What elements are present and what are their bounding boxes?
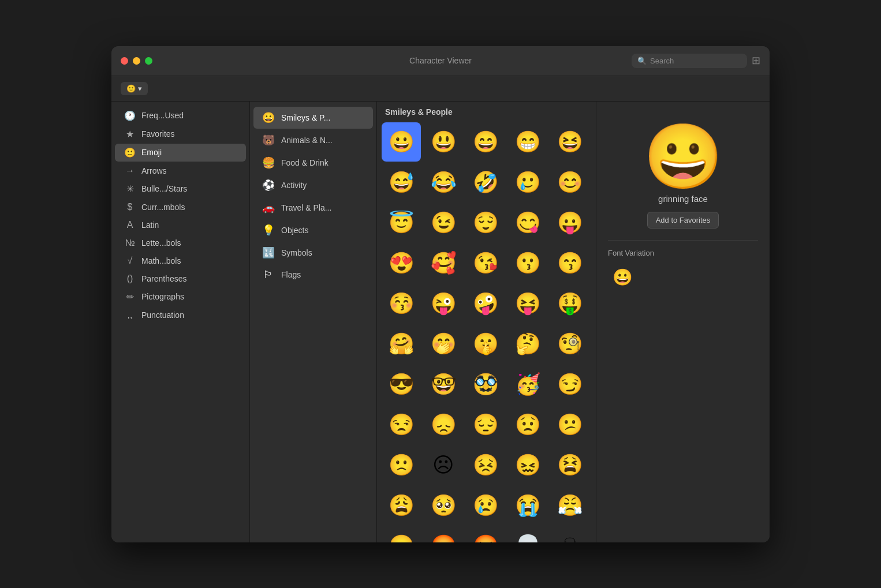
emoji-cell[interactable]: 😖	[508, 445, 547, 485]
emoji-cell[interactable]: 😎	[382, 365, 421, 404]
search-input[interactable]	[650, 57, 741, 65]
category-item-objects[interactable]: 💡 Objects	[253, 219, 373, 241]
sidebar-item-punctuation[interactable]: ,, Punctuation	[115, 306, 246, 324]
emoji-cell[interactable]: 🤑	[550, 284, 589, 323]
emoji-cell[interactable]: 🤫	[466, 324, 505, 364]
sidebar-label-arrows: Arrows	[141, 166, 167, 175]
toolbar-row: 🙂 ▾	[111, 76, 770, 102]
emoji-cell[interactable]: 😛	[550, 203, 589, 242]
emoji-cell[interactable]: 😠	[382, 526, 421, 542]
emoji-cell[interactable]: 🤔	[508, 324, 547, 364]
emoji-cell[interactable]: 😞	[424, 405, 463, 444]
detail-emoji-large: 😀	[644, 125, 723, 188]
emoji-cell[interactable]: 😆	[550, 122, 589, 162]
emoji-cell[interactable]: 🤣	[466, 163, 505, 202]
sidebar-item-freq-used[interactable]: 🕐 Freq...Used	[115, 107, 246, 125]
emoji-cell[interactable]: 😤	[550, 486, 589, 525]
emoji-cell[interactable]: 🥺	[424, 486, 463, 525]
emoji-cell[interactable]: 😫	[550, 445, 589, 485]
sidebar-item-bullets[interactable]: ✳ Bulle.../Stars	[115, 180, 246, 198]
sidebar-icon-parentheses: ()	[124, 274, 136, 284]
emoji-cell[interactable]: 😏	[550, 365, 589, 404]
category-item-food[interactable]: 🍔 Food & Drink	[253, 152, 373, 174]
emoji-cell[interactable]: 😅	[382, 163, 421, 202]
emoji-cell[interactable]: ☹	[424, 445, 463, 485]
window-title: Character Viewer	[409, 56, 472, 65]
emoji-cell[interactable]: 🧐	[550, 324, 589, 364]
emoji-cell[interactable]: 🥰	[424, 244, 463, 283]
emoji-cell[interactable]: 😗	[508, 244, 547, 283]
emoji-cell[interactable]: 😘	[466, 244, 505, 283]
category-item-activity[interactable]: ⚽ Activity	[253, 174, 373, 196]
sidebar-icon-latin: A	[124, 220, 136, 230]
category-item-travel[interactable]: 🚗 Travel & Pla...	[253, 197, 373, 219]
sidebar-icon-bullets: ✳	[124, 183, 136, 194]
emoji-cell[interactable]: 😀	[382, 122, 421, 162]
emoji-cell[interactable]: 😜	[424, 284, 463, 323]
emoji-cell[interactable]: 😙	[550, 244, 589, 283]
emoji-cell[interactable]: 🤭	[424, 324, 463, 364]
emoji-cell[interactable]: 😍	[382, 244, 421, 283]
sidebar-icon-currency: $	[124, 202, 136, 212]
sidebar-item-latin[interactable]: A Latin	[115, 216, 246, 234]
emoji-cell[interactable]: ☠	[550, 526, 589, 542]
emoji-cell[interactable]: 😕	[550, 405, 589, 444]
sidebar-label-emoji: Emoji	[141, 148, 162, 157]
emoji-cell[interactable]: 😢	[466, 486, 505, 525]
emoji-cell[interactable]: 💀	[508, 526, 547, 542]
category-item-flags[interactable]: 🏳 Flags	[253, 264, 373, 286]
emoji-cell[interactable]: 😁	[508, 122, 547, 162]
category-panel: 😀 Smileys & P... 🐻 Animals & N... 🍔 Food…	[250, 102, 377, 542]
emoji-cell[interactable]: 😉	[424, 203, 463, 242]
add-to-favorites-button[interactable]: Add to Favorites	[647, 212, 719, 229]
emoji-cell[interactable]: 🤬	[466, 526, 505, 542]
sidebar-item-arrows[interactable]: → Arrows	[115, 162, 246, 179]
search-bar[interactable]: 🔍	[632, 54, 747, 68]
emoji-cell[interactable]: 🤗	[382, 324, 421, 364]
emoji-cell[interactable]: 😚	[382, 284, 421, 323]
category-icon-activity: ⚽	[262, 179, 275, 192]
category-item-smileys[interactable]: 😀 Smileys & P...	[253, 107, 373, 129]
emoji-cell[interactable]: 😂	[424, 163, 463, 202]
maximize-button[interactable]	[145, 57, 152, 65]
emoji-cell[interactable]: 🥲	[508, 163, 547, 202]
emoji-cell[interactable]: 🤓	[424, 365, 463, 404]
category-item-animals[interactable]: 🐻 Animals & N...	[253, 129, 373, 151]
sidebar-item-pictographs[interactable]: ✏ Pictographs	[115, 288, 246, 306]
layout-icon[interactable]: ⊞	[752, 54, 760, 67]
sidebar-item-emoji[interactable]: 🙂 Emoji	[115, 144, 246, 162]
emoji-cell[interactable]: 🤪	[466, 284, 505, 323]
left-sidebar: 🕐 Freq...Used ★ Favorites 🙂 Emoji → Arro…	[111, 102, 250, 542]
emoji-cell[interactable]: 😟	[508, 405, 547, 444]
sidebar-item-currency[interactable]: $ Curr...mbols	[115, 199, 246, 216]
emoji-cell[interactable]: 😌	[466, 203, 505, 242]
category-label-symbols: Symbols	[281, 248, 312, 257]
category-picker-button[interactable]: 🙂 ▾	[121, 82, 148, 95]
sidebar-item-letterlike[interactable]: № Lette...bols	[115, 234, 246, 252]
emoji-cell[interactable]: 🥸	[466, 365, 505, 404]
category-picker-icon: 🙂	[126, 84, 136, 93]
emoji-cell[interactable]: 😇	[382, 203, 421, 242]
emoji-grid-panel: Smileys & People 😀😃😄😁😆😅😂🤣🥲😊😇😉😌😋😛😍🥰😘😗😙😚😜🤪…	[377, 102, 596, 542]
emoji-cell[interactable]: 😝	[508, 284, 547, 323]
emoji-cell[interactable]: 😭	[508, 486, 547, 525]
emoji-cell[interactable]: 😩	[382, 486, 421, 525]
font-variation-cell[interactable]: 😀	[608, 263, 637, 292]
sidebar-item-favorites[interactable]: ★ Favorites	[115, 125, 246, 143]
emoji-cell[interactable]: 😒	[382, 405, 421, 444]
minimize-button[interactable]	[133, 57, 140, 65]
sidebar-icon-favorites: ★	[124, 129, 136, 140]
emoji-cell[interactable]: 🥳	[508, 365, 547, 404]
sidebar-item-math[interactable]: √ Math...bols	[115, 252, 246, 269]
emoji-cell[interactable]: 😊	[550, 163, 589, 202]
emoji-cell[interactable]: 😣	[466, 445, 505, 485]
emoji-cell[interactable]: 😃	[424, 122, 463, 162]
emoji-cell[interactable]: 🙁	[382, 445, 421, 485]
close-button[interactable]	[121, 57, 128, 65]
emoji-cell[interactable]: 😡	[424, 526, 463, 542]
emoji-cell[interactable]: 😄	[466, 122, 505, 162]
category-item-symbols[interactable]: 🔣 Symbols	[253, 242, 373, 264]
emoji-cell[interactable]: 😔	[466, 405, 505, 444]
emoji-cell[interactable]: 😋	[508, 203, 547, 242]
sidebar-item-parentheses[interactable]: () Parentheses	[115, 270, 246, 287]
